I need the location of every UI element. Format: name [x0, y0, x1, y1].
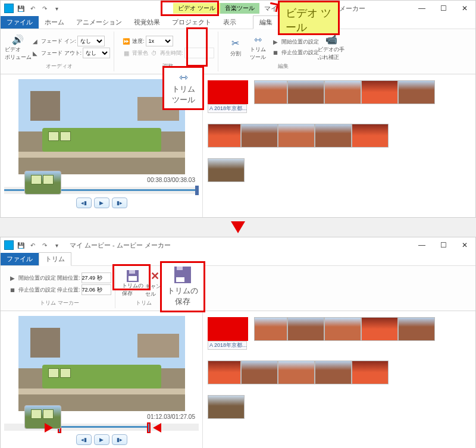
storyboard[interactable]: A 2018年京都... [203, 74, 475, 217]
time-readout: 01:12.03/01:27.05 [147, 413, 195, 420]
speed-select[interactable]: 1x [146, 36, 173, 46]
save-icon[interactable]: 💾 [16, 4, 26, 13]
fade-out-icon: ◣ [30, 48, 40, 58]
clip[interactable] [208, 361, 241, 384]
video-volume-button[interactable]: 🔊 ビデオ ボリューム [8, 33, 28, 61]
maximize-button[interactable]: ☐ [433, 237, 454, 253]
arrow-left-icon [153, 423, 161, 433]
start-setting-button[interactable]: 開始位置の設定 [281, 38, 319, 46]
tab-view[interactable]: 表示 [217, 16, 242, 29]
arrow-down-icon [231, 221, 245, 233]
qat-more-icon[interactable]: ▾ [52, 4, 61, 13]
tab-file[interactable]: ファイル [1, 16, 39, 29]
minimize-button[interactable]: — [411, 1, 433, 16]
start-setting-icon: ▶ [8, 273, 17, 283]
redo-icon[interactable]: ↷ [40, 240, 49, 250]
start-time-input[interactable] [82, 272, 111, 283]
stabilize-button[interactable]: 📹 ビデオの手 ぶれ補正 [321, 33, 342, 61]
clip[interactable] [324, 317, 361, 341]
clip[interactable] [24, 405, 61, 429]
stop-time-input[interactable] [82, 284, 111, 295]
clip[interactable] [287, 80, 324, 104]
minimize-button[interactable]: — [411, 237, 433, 253]
clip[interactable] [278, 361, 315, 384]
x-icon: ✕ [151, 270, 159, 283]
trim-end-handle[interactable] [147, 422, 151, 433]
app-icon [4, 4, 14, 13]
tab-project[interactable]: プロジェクト [166, 16, 217, 29]
next-frame-button[interactable]: ▮▸ [112, 198, 127, 208]
duration-icon: ⏱ [149, 48, 159, 58]
set-stop-button[interactable]: 停止位置の設定 [18, 286, 56, 294]
app-icon [4, 240, 14, 250]
clip[interactable] [208, 158, 245, 182]
save-icon[interactable]: 💾 [16, 240, 26, 250]
clip[interactable] [352, 361, 389, 384]
clip[interactable] [361, 317, 398, 341]
qat-more-icon[interactable]: ▾ [52, 240, 61, 250]
clip[interactable] [287, 317, 324, 341]
undo-icon[interactable]: ↶ [28, 4, 37, 13]
clip[interactable] [24, 171, 61, 195]
duration-input [184, 48, 214, 58]
clip[interactable] [254, 80, 287, 104]
undo-icon[interactable]: ↶ [28, 240, 37, 250]
clip[interactable] [241, 124, 278, 148]
callout-video-tools: ビデオ ツール 編集 [278, 1, 340, 35]
tab-animation[interactable]: アニメーション [70, 16, 128, 29]
fade-out-select[interactable]: なし [83, 48, 110, 58]
window-title: マイ ムービー - ムービー メーカー [70, 241, 171, 250]
clip-caption: A 2018年京都... [208, 104, 247, 113]
floppy-icon [174, 267, 191, 283]
fade-in-select[interactable]: なし [77, 36, 105, 46]
clip[interactable] [324, 80, 361, 104]
callout-trim-tool: ⇿ トリム ツール [162, 66, 204, 110]
clip[interactable] [315, 361, 352, 384]
clip[interactable] [241, 361, 278, 384]
clip[interactable] [278, 124, 315, 148]
stop-setting-icon: ⏹ [271, 48, 280, 57]
next-frame-button[interactable]: ▮▸ [112, 434, 127, 445]
fade-in-icon: ◢ [30, 36, 40, 46]
stop-setting-icon: ⏹ [8, 285, 17, 295]
context-tab-video[interactable]: ビデオ ツール [173, 3, 220, 14]
clip[interactable] [361, 80, 398, 104]
set-start-button[interactable]: 開始位置の設定 [18, 274, 56, 282]
close-button[interactable]: ✕ [454, 1, 475, 16]
clip[interactable] [398, 317, 435, 341]
split-button[interactable]: ✂ 分割 [226, 37, 246, 58]
save-trim-button[interactable]: トリムの 保存 [123, 270, 143, 297]
clip-caption: A 2018年京都... [208, 341, 247, 350]
storyboard[interactable]: A 2018年京都... [203, 311, 475, 448]
clip[interactable] [208, 80, 248, 104]
tab-home[interactable]: ホーム [39, 16, 70, 29]
tab-trim[interactable]: トリム [39, 252, 71, 266]
video-preview[interactable] [18, 79, 185, 174]
context-tab-audio[interactable]: 音楽ツール [220, 3, 259, 14]
trim-tool-button[interactable]: ⇿ トリム ツール [248, 33, 268, 61]
stop-setting-button[interactable]: 停止位置の設定 [281, 49, 319, 57]
tab-edit-video[interactable]: 編集 [253, 15, 279, 29]
arrow-right-icon [45, 423, 53, 433]
play-button[interactable]: ▶ [94, 434, 109, 445]
clip[interactable] [398, 80, 435, 104]
tab-file[interactable]: ファイル [1, 253, 39, 265]
tab-visual-effect[interactable]: 視覚効果 [128, 16, 166, 29]
redo-icon[interactable]: ↷ [40, 4, 49, 13]
clip[interactable] [208, 124, 241, 148]
volume-icon: 🔊 [11, 33, 24, 46]
clip[interactable] [315, 124, 352, 148]
bg-color-icon: ▦ [121, 48, 131, 58]
maximize-button[interactable]: ☐ [433, 1, 454, 16]
close-button[interactable]: ✕ [454, 237, 475, 253]
clip[interactable] [352, 124, 389, 148]
video-preview[interactable] [18, 316, 185, 411]
clip[interactable] [208, 317, 248, 341]
play-button[interactable]: ▶ [94, 198, 109, 208]
prev-frame-button[interactable]: ◂▮ [76, 434, 92, 445]
speed-icon: ⏩ [121, 36, 131, 46]
prev-frame-button[interactable]: ◂▮ [76, 198, 92, 208]
trim-icon: ⇿ [252, 33, 265, 46]
clip[interactable] [254, 317, 287, 341]
clip[interactable] [208, 395, 245, 419]
